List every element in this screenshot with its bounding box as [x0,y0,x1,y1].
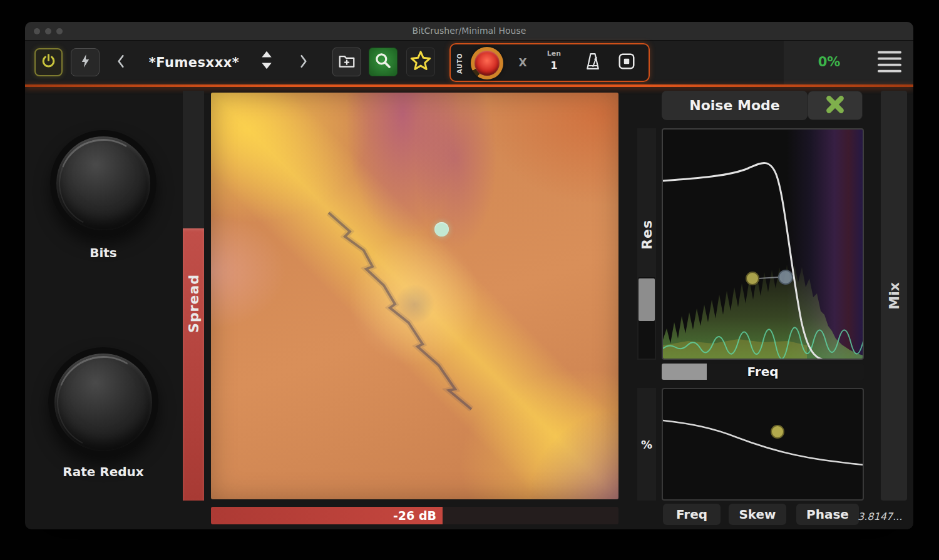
titlebar[interactable]: BitCrusher/Minimal House [25,22,913,41]
shape-curve [663,420,864,465]
search-icon [373,51,393,73]
curve-display[interactable] [662,388,864,501]
metronome-button[interactable] [583,53,602,72]
rate-redux-knob[interactable] [48,347,158,457]
res-strip: Res [637,128,656,360]
power-icon [40,53,57,72]
pad-cursor-dot[interactable] [434,222,449,237]
square-in-square-icon [617,52,636,73]
skew-button[interactable]: Skew [729,504,786,525]
power-button[interactable] [34,48,63,76]
freq-slider[interactable]: Freq [662,364,864,380]
filter-dot-res [779,270,793,284]
menu-button[interactable] [875,49,904,76]
chevron-right-icon [299,54,308,71]
filter-dot-freq [746,272,759,285]
pad-crack-decoration [211,93,618,499]
close-icon [824,93,846,118]
search-button[interactable] [369,48,398,76]
percent-slider[interactable]: % [637,388,656,501]
close-button[interactable] [808,91,863,120]
metronome-icon [583,52,602,73]
res-label-zone: Res [637,191,656,278]
output-level-fill: -26 dB [211,507,443,524]
multiply-toggle[interactable]: X [516,56,530,69]
spread-slider-label: Spread [183,244,204,363]
percent-label: % [641,438,652,451]
spread-slider-fill: Spread [183,228,204,501]
output-level-slider[interactable]: -26 dB [211,507,618,524]
noise-mode-header[interactable]: Noise Mode [662,91,808,120]
folder-plus-icon [337,51,356,73]
output-level-value: -26 dB [393,509,443,522]
automation-group: AUTO X Len 1 [449,43,650,82]
value-readout: 3.8147... [858,511,913,522]
rate-redux-knob-label: Rate Redux [53,464,153,479]
filter-display[interactable] [662,128,864,360]
spread-slider[interactable]: Spread [183,91,204,501]
freq-button[interactable]: Freq [663,504,721,525]
auto-label: AUTO [454,48,464,78]
phase-button[interactable]: Phase [796,504,859,525]
hamburger-icon [876,49,903,76]
curve-dot [771,425,784,438]
window-title: BitCrusher/Minimal House [25,26,913,36]
length-value[interactable]: 1 [540,59,568,71]
lightning-button[interactable] [71,48,100,76]
chevron-left-icon [116,54,125,71]
plugin-window: BitCrusher/Minimal House *Fumesxxx* [25,22,913,529]
res-slider-handle[interactable] [639,278,655,321]
frame-button[interactable] [617,53,636,72]
preset-name-display[interactable]: *Fumesxxx* [133,52,255,73]
sort-arrows-icon [260,49,274,73]
preset-browser-button[interactable] [259,49,274,73]
freq-slider-label: Freq [662,364,864,380]
length-display[interactable]: Len 1 [540,49,568,71]
record-button[interactable] [471,47,503,79]
next-preset-button[interactable] [298,54,309,71]
res-label: Res [639,220,655,250]
toolbar: *Fumesxxx* [25,41,913,84]
save-preset-button[interactable] [332,48,361,76]
xy-pad[interactable] [211,93,618,499]
star-icon [409,49,432,74]
mix-label: Mix [886,282,902,310]
length-label: Len [540,49,568,58]
lightning-icon [78,53,93,71]
previous-preset-button[interactable] [115,54,126,71]
favorite-button[interactable] [406,48,435,76]
drywet-readout[interactable]: 0% [790,54,868,69]
mix-slider[interactable]: Mix [881,91,907,501]
bits-knob-label: Bits [66,245,141,260]
accent-divider [25,84,913,87]
record-icon [475,51,500,76]
desktop-background: BitCrusher/Minimal House *Fumesxxx* [0,0,939,560]
bits-knob[interactable] [50,130,156,237]
